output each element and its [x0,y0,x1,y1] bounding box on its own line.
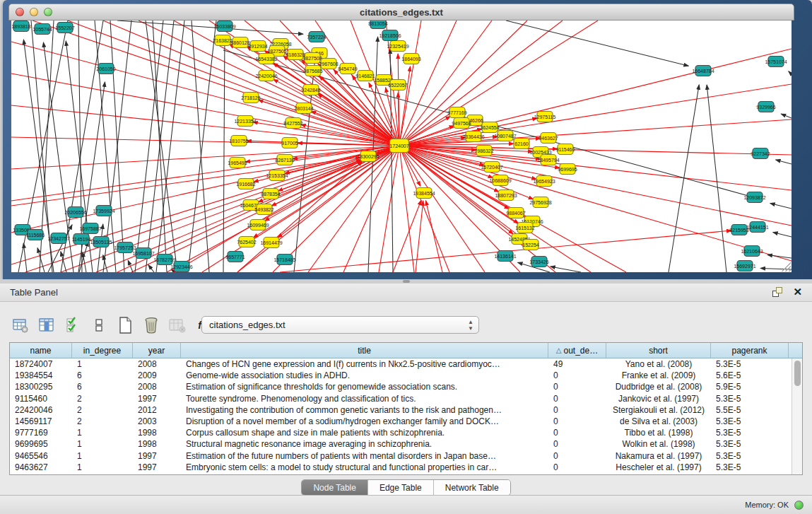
cell[interactable]: 5.6E-5 [711,370,789,380]
close-panel-icon[interactable]: ✕ [793,286,802,298]
cell[interactable]: 0 [548,370,606,380]
cell[interactable]: 5.3E-5 [711,359,789,369]
column-header-short[interactable]: short [606,343,711,358]
cell[interactable]: 9465546 [10,451,72,461]
vertical-scrollbar[interactable] [792,358,802,474]
cell[interactable]: 5.3E-5 [711,439,789,449]
cell[interactable]: 0 [548,439,606,449]
tab-node-table[interactable]: Node Table [302,480,368,495]
cell[interactable]: 5.3E-5 [711,416,789,426]
cell[interactable]: 5.3E-5 [711,428,789,438]
column-header-pagerank[interactable]: pagerank [711,343,789,358]
cell[interactable]: 0 [548,462,606,472]
cell[interactable]: 0 [548,394,606,404]
column-header-in_degree[interactable]: in_degree [72,343,133,358]
cell[interactable]: Investigating the contribution of common… [181,405,548,415]
cell[interactable]: Nakamura et al. (1997) [606,451,711,461]
table-row[interactable]: 969969511998Structural magnetic resonanc… [10,438,792,450]
cell[interactable]: 9463627 [10,462,72,472]
cell[interactable]: 18300295 [10,382,72,392]
network-window-titlebar[interactable]: citations_edges.txt [8,4,794,21]
cell[interactable]: 1997 [133,394,181,404]
cell[interactable]: Tibbo et al. (1998) [606,428,711,438]
cell[interactable]: 2 [72,416,133,426]
cell[interactable]: 2008 [133,382,181,392]
table-row[interactable]: 1938455462009Genome-wide association stu… [10,370,792,381]
cell[interactable]: 9115460 [10,394,72,404]
cell[interactable]: 0 [548,428,606,438]
column-header-name[interactable]: name [10,343,72,358]
cell[interactable]: 0 [548,382,606,392]
network-canvas[interactable]: 7163822886012889129342222605818275055469… [11,21,792,272]
cell[interactable]: Corpus callosum shape and size in male p… [181,428,548,438]
cell[interactable]: 6 [72,370,133,380]
cell[interactable]: 0 [548,405,606,415]
cell[interactable]: Yano et al. (2008) [606,359,711,369]
cell[interactable]: Disruption of a novel member of a sodium… [181,416,548,426]
select-rows-icon[interactable] [64,316,82,334]
table-row[interactable]: 1456911722003Disruption of a novel membe… [10,416,792,427]
cell[interactable]: 0 [548,416,606,426]
table-selector[interactable]: citations_edges.txt ▲▼ [201,316,479,334]
cell[interactable]: 14569117 [10,416,72,426]
tab-edge-table[interactable]: Edge Table [368,480,434,495]
cell[interactable]: 1 [72,451,133,461]
table-row[interactable]: 1830029562008Estimation of significance … [10,381,792,392]
cell[interactable]: Wolkin et al. (1998) [606,439,711,449]
cell[interactable]: 2 [72,394,133,404]
table-row[interactable]: 1872400712008Changes of HCN gene express… [10,358,792,370]
cell[interactable]: 1998 [133,439,181,449]
cell[interactable]: de Silva et al. (2003) [606,416,711,426]
float-window-icon[interactable] [772,286,783,298]
table-row[interactable]: 946554611997Estimation of the future num… [10,450,792,462]
cell[interactable]: 2009 [133,370,181,380]
cell[interactable]: 22420046 [10,405,72,415]
cell[interactable]: Franke et al. (2009) [606,370,711,380]
cell[interactable]: 5.3E-5 [711,462,789,472]
new-file-icon[interactable] [116,316,134,334]
table-settings-icon[interactable] [11,316,30,334]
cell[interactable]: 2 [72,405,133,415]
cell[interactable]: 5.3E-5 [711,451,789,461]
cell[interactable]: 5.9E-5 [711,382,789,392]
resize-grip-icon[interactable] [781,262,791,271]
table-row[interactable]: 946362711997Embryonic stem cells: a mode… [10,462,792,473]
cell[interactable]: 0 [548,451,606,461]
cell[interactable]: Hescheler et al. (1997) [606,462,711,472]
split-grip-icon[interactable] [403,280,410,283]
cell[interactable]: 1 [72,462,133,472]
cell[interactable]: 18724007 [10,359,72,369]
cell[interactable]: Embryonic stem cells: a model to study s… [181,462,548,472]
cell[interactable]: 1 [72,439,133,449]
cell[interactable]: 9777169 [10,428,72,438]
cell[interactable]: Genome-wide association studies in ADHD. [181,370,548,380]
cell[interactable]: 1997 [133,451,181,461]
column-header-title[interactable]: title [181,343,548,358]
cell[interactable]: 5.3E-5 [711,394,789,404]
cell[interactable]: Dudbridge et al. (2008) [606,382,711,392]
table-row[interactable]: 977716911998Corpus callosum shape and si… [10,427,792,438]
tab-network-table[interactable]: Network Table [434,480,510,495]
cell[interactable]: Stergiakouli et al. (2012) [606,405,711,415]
cell[interactable]: 9699695 [10,439,72,449]
cell[interactable]: Structural magnetic resonance image aver… [181,439,548,449]
cell[interactable]: Tourette syndrome. Phenomenology and cla… [181,394,548,404]
cell[interactable]: 2012 [133,405,181,415]
cell[interactable]: 1998 [133,428,181,438]
cell[interactable]: Jankovic et al. (1997) [606,394,711,404]
cell[interactable]: 1997 [133,462,181,472]
cell[interactable]: Estimation of the future numbers of pati… [181,451,548,461]
cell[interactable]: 1 [72,359,133,369]
column-header-out_de[interactable]: △out_de… [548,343,606,358]
cell[interactable]: 5.5E-5 [711,405,789,415]
cell[interactable]: 19384554 [10,370,72,380]
delete-table-icon[interactable] [142,316,160,334]
cell[interactable]: 1 [72,428,133,438]
cell[interactable]: Estimation of significance thresholds fo… [181,382,548,392]
table-row[interactable]: 911546021997Tourette syndrome. Phenomeno… [10,393,792,404]
column-header-year[interactable]: year [133,343,181,358]
cell[interactable]: Changes of HCN gene expression and I(f) … [181,359,548,369]
cell[interactable]: 2008 [133,359,181,369]
scrollbar-thumb[interactable] [794,361,801,386]
cell[interactable]: 6 [72,382,133,392]
